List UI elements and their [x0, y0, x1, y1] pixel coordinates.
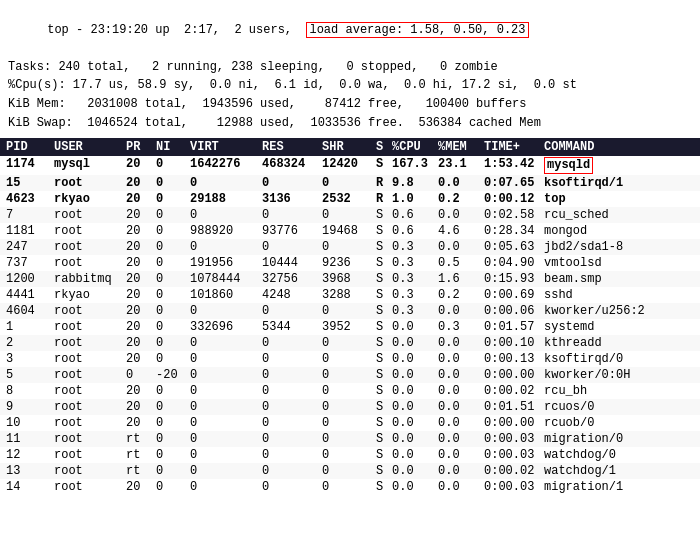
cell-8: 0.6 [390, 224, 436, 238]
cell-4: 101860 [188, 288, 260, 302]
cell-9: 0.2 [436, 288, 482, 302]
cell-5: 3136 [260, 192, 320, 206]
cell-11: rcuos/0 [542, 400, 696, 414]
table-row: 10root200000S0.00.00:00.00rcuob/0 [0, 415, 700, 431]
col-pr: PR [124, 140, 154, 154]
cell-1: root [52, 464, 124, 478]
cell-9: 23.1 [436, 157, 482, 173]
cell-2: 20 [124, 192, 154, 206]
cell-2: 20 [124, 256, 154, 270]
cell-4: 332696 [188, 320, 260, 334]
cell-0: 12 [4, 448, 52, 462]
cell-1: root [52, 240, 124, 254]
cell-6: 0 [320, 240, 374, 254]
cell-4: 0 [188, 208, 260, 222]
cell-4: 0 [188, 176, 260, 190]
cell-11: ksoftirqd/0 [542, 352, 696, 366]
cell-2: 20 [124, 416, 154, 430]
cell-7: S [374, 432, 390, 446]
table-row: 5root0-20000S0.00.00:00.00kworker/0:0H [0, 367, 700, 383]
cell-7: S [374, 448, 390, 462]
cell-2: 20 [124, 208, 154, 222]
cell-6: 0 [320, 384, 374, 398]
cell-8: 0.0 [390, 464, 436, 478]
cell-7: S [374, 240, 390, 254]
swap-line: KiB Swap: 1046524 total, 12988 used, 103… [4, 114, 696, 133]
cell-8: 0.3 [390, 288, 436, 302]
process-table: PID USER PR NI VIRT RES SHR S %CPU %MEM … [0, 138, 700, 494]
cell-9: 0.0 [436, 416, 482, 430]
cell-8: 0.3 [390, 304, 436, 318]
cell-5: 0 [260, 368, 320, 382]
cell-9: 0.0 [436, 304, 482, 318]
table-row: 7root200000S0.60.00:02.58rcu_sched [0, 207, 700, 223]
cell-3: -20 [154, 368, 188, 382]
cell-10: 0:00.13 [482, 352, 542, 366]
cell-9: 0.0 [436, 464, 482, 478]
cell-3: 0 [154, 176, 188, 190]
cell-8: 0.0 [390, 432, 436, 446]
col-time: TIME+ [482, 140, 542, 154]
cell-11: watchdog/1 [542, 464, 696, 478]
cell-0: 8 [4, 384, 52, 398]
cell-3: 0 [154, 400, 188, 414]
cell-1: mysql [52, 157, 124, 173]
cell-11: watchdog/0 [542, 448, 696, 462]
cell-3: 0 [154, 352, 188, 366]
cell-0: 737 [4, 256, 52, 270]
cell-10: 0:00.12 [482, 192, 542, 206]
table-row: 13rootrt0000S0.00.00:00.02watchdog/1 [0, 463, 700, 479]
col-virt: VIRT [188, 140, 260, 154]
cell-2: 20 [124, 157, 154, 173]
cell-0: 4623 [4, 192, 52, 206]
table-row: 4623rkyao2002918831362532R1.00.20:00.12t… [0, 191, 700, 207]
cell-2: 20 [124, 288, 154, 302]
cell-6: 0 [320, 448, 374, 462]
cell-1: root [52, 384, 124, 398]
cell-6: 19468 [320, 224, 374, 238]
cell-7: R [374, 192, 390, 206]
cell-2: 20 [124, 352, 154, 366]
cell-5: 0 [260, 352, 320, 366]
cell-3: 0 [154, 336, 188, 350]
cell-5: 0 [260, 176, 320, 190]
cell-1: root [52, 352, 124, 366]
cell-8: 0.0 [390, 336, 436, 350]
cell-5: 0 [260, 384, 320, 398]
cell-5: 0 [260, 240, 320, 254]
cell-8: 9.8 [390, 176, 436, 190]
cell-8: 0.3 [390, 256, 436, 270]
cell-3: 0 [154, 272, 188, 286]
cell-5: 0 [260, 480, 320, 494]
cell-8: 0.0 [390, 416, 436, 430]
cell-0: 13 [4, 464, 52, 478]
cell-8: 0.0 [390, 448, 436, 462]
cell-4: 0 [188, 368, 260, 382]
top-label: top - 23:19:20 up 2:17, 2 users, [47, 23, 306, 37]
cell-3: 0 [154, 192, 188, 206]
cell-7: S [374, 288, 390, 302]
cell-1: root [52, 336, 124, 350]
table-row: 8root200000S0.00.00:00.02rcu_bh [0, 383, 700, 399]
cell-0: 9 [4, 400, 52, 414]
cell-9: 0.0 [436, 176, 482, 190]
cell-3: 0 [154, 208, 188, 222]
tasks-line: Tasks: 240 total, 2 running, 238 sleepin… [4, 58, 696, 77]
cell-6: 0 [320, 464, 374, 478]
cell-0: 15 [4, 176, 52, 190]
terminal-window: top - 23:19:20 up 2:17, 2 users, load av… [0, 0, 700, 495]
cell-6: 0 [320, 400, 374, 414]
line1: top - 23:19:20 up 2:17, 2 users, load av… [4, 2, 696, 58]
col-pid: PID [4, 140, 52, 154]
mysqld-highlight: mysqld [544, 157, 593, 173]
col-s: S [374, 140, 390, 154]
cell-7: S [374, 256, 390, 270]
cell-4: 0 [188, 464, 260, 478]
cell-5: 5344 [260, 320, 320, 334]
table-row: 11rootrt0000S0.00.00:00.03migration/0 [0, 431, 700, 447]
cell-11: top [542, 192, 696, 206]
cell-2: 20 [124, 304, 154, 318]
cell-9: 0.3 [436, 320, 482, 334]
cell-3: 0 [154, 288, 188, 302]
cell-5: 0 [260, 448, 320, 462]
